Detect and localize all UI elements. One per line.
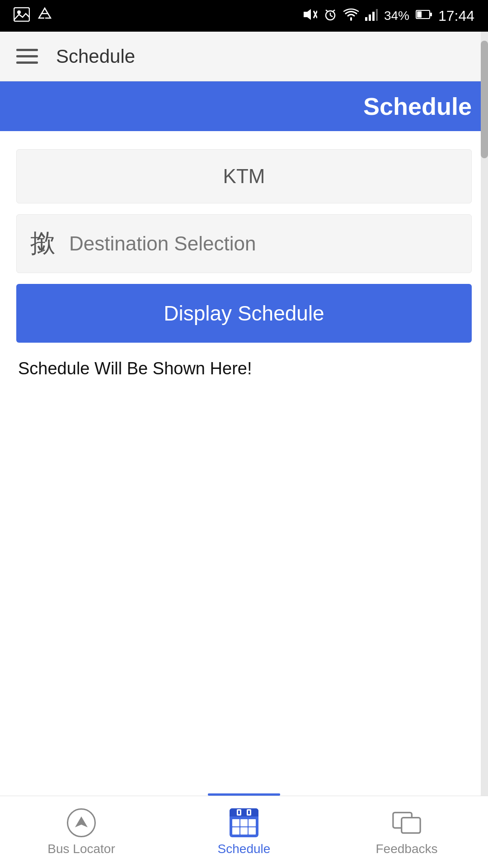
- svg-marker-2: [304, 9, 311, 20]
- schedule-placeholder-text: Schedule Will Be Shown Here!: [16, 359, 472, 378]
- header-banner-title: Schedule: [363, 92, 472, 120]
- bus-locator-icon-wrapper: [67, 808, 96, 837]
- svg-rect-10: [365, 17, 367, 21]
- battery-icon: [416, 9, 432, 23]
- svg-rect-19: [402, 817, 420, 833]
- svg-rect-16: [417, 11, 422, 18]
- svg-rect-13: [376, 9, 378, 21]
- recycle-icon: [38, 7, 52, 25]
- status-bar-right: 34% 17:44: [301, 7, 474, 25]
- destination-placeholder: Destination Selection: [69, 232, 256, 255]
- bus-locator-label: Bus Locator: [47, 842, 115, 856]
- scrollbar-thumb[interactable]: [481, 41, 488, 158]
- alarm-icon: [324, 7, 337, 25]
- ktm-selector[interactable]: KTM: [16, 149, 472, 203]
- status-bar-left: [14, 7, 52, 25]
- svg-line-8: [326, 10, 328, 12]
- hamburger-menu-button[interactable]: [16, 49, 38, 64]
- image-icon: [14, 7, 30, 25]
- main-content: KTM 撳 Destination Selection Display Sche…: [0, 131, 488, 378]
- svg-rect-15: [430, 13, 432, 16]
- svg-line-7: [330, 15, 333, 17]
- destination-selector[interactable]: 撳 Destination Selection: [16, 214, 472, 273]
- schedule-icon-wrapper: [230, 808, 258, 837]
- svg-line-9: [333, 10, 335, 12]
- wifi-icon: [343, 8, 359, 24]
- header-banner: Schedule: [0, 81, 488, 131]
- status-bar: 34% 17:44: [0, 0, 488, 32]
- feedbacks-label: Feedbacks: [376, 842, 438, 856]
- nav-item-bus-locator[interactable]: Bus Locator: [8, 808, 155, 856]
- ktm-value: KTM: [223, 165, 265, 188]
- nav-item-feedbacks[interactable]: Feedbacks: [333, 808, 480, 856]
- nav-item-schedule[interactable]: Schedule: [171, 808, 317, 856]
- svg-rect-11: [369, 14, 371, 21]
- mute-icon: [301, 7, 317, 25]
- destination-icon: 撳: [30, 226, 56, 261]
- display-schedule-button[interactable]: Display Schedule: [16, 284, 472, 343]
- feedbacks-icon-wrapper: [392, 808, 421, 837]
- display-schedule-label: Display Schedule: [164, 301, 324, 326]
- svg-marker-17: [75, 816, 88, 827]
- app-bar: Schedule: [0, 32, 488, 81]
- svg-rect-12: [372, 12, 375, 21]
- scrollbar[interactable]: [481, 32, 488, 836]
- navigation-icon: [67, 808, 96, 837]
- battery-percentage: 34%: [384, 9, 409, 23]
- signal-icon: [365, 8, 378, 24]
- status-time: 17:44: [438, 8, 474, 24]
- app-bar-title: Schedule: [56, 46, 135, 67]
- feedback-icon: [392, 809, 421, 836]
- svg-point-1: [17, 10, 21, 14]
- schedule-nav-label: Schedule: [218, 842, 271, 856]
- bottom-nav: Bus Locator Schedule: [0, 796, 488, 868]
- calendar-icon: [230, 808, 258, 837]
